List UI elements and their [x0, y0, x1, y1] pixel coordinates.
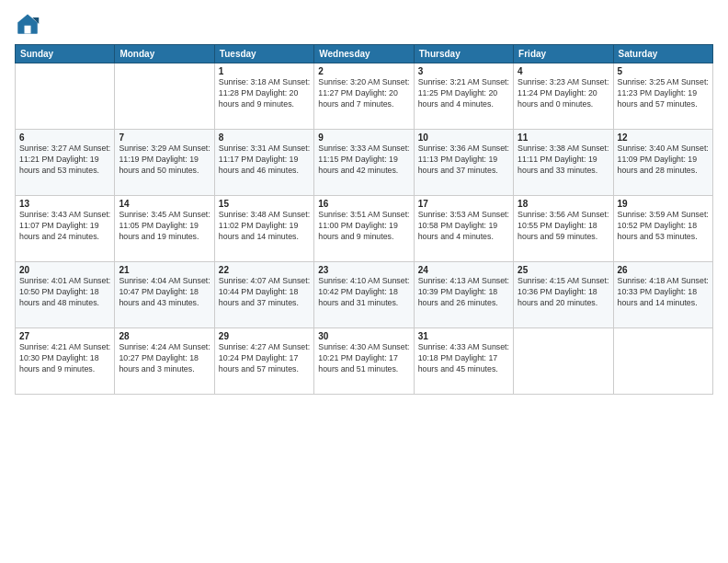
day-number: 17 [418, 199, 509, 209]
calendar-cell [16, 63, 115, 130]
calendar-cell: 22Sunrise: 4:07 AM Sunset: 10:44 PM Dayl… [214, 262, 313, 328]
day-number: 31 [418, 331, 509, 341]
day-info: Sunrise: 3:51 AM Sunset: 11:00 PM Daylig… [318, 210, 409, 243]
calendar-cell: 23Sunrise: 4:10 AM Sunset: 10:42 PM Dayl… [314, 262, 414, 328]
day-number: 4 [518, 66, 609, 76]
day-number: 5 [618, 66, 709, 76]
calendar-header-tuesday: Tuesday [214, 45, 313, 63]
day-number: 1 [219, 66, 310, 76]
day-number: 30 [318, 331, 409, 341]
calendar-cell: 30Sunrise: 4:30 AM Sunset: 10:21 PM Dayl… [314, 328, 414, 395]
calendar-cell: 29Sunrise: 4:27 AM Sunset: 10:24 PM Dayl… [214, 328, 313, 395]
calendar-cell: 5Sunrise: 3:25 AM Sunset: 11:23 PM Dayli… [613, 63, 712, 130]
day-number: 27 [19, 331, 110, 341]
day-info: Sunrise: 4:01 AM Sunset: 10:50 PM Daylig… [19, 276, 110, 309]
calendar-cell: 3Sunrise: 3:21 AM Sunset: 11:25 PM Dayli… [414, 63, 513, 130]
day-info: Sunrise: 3:29 AM Sunset: 11:19 PM Daylig… [119, 144, 210, 177]
calendar-header-monday: Monday [115, 45, 214, 63]
day-info: Sunrise: 4:13 AM Sunset: 10:39 PM Daylig… [418, 276, 509, 309]
day-number: 12 [618, 132, 709, 143]
calendar-table: SundayMondayTuesdayWednesdayThursdayFrid… [15, 44, 713, 395]
calendar-header-saturday: Saturday [613, 45, 712, 63]
day-info: Sunrise: 4:18 AM Sunset: 10:33 PM Daylig… [618, 276, 709, 309]
calendar-cell: 19Sunrise: 3:59 AM Sunset: 10:52 PM Dayl… [613, 196, 712, 262]
calendar-cell: 13Sunrise: 3:43 AM Sunset: 11:07 PM Dayl… [16, 196, 115, 262]
day-info: Sunrise: 3:56 AM Sunset: 10:55 PM Daylig… [518, 210, 609, 243]
day-info: Sunrise: 3:21 AM Sunset: 11:25 PM Daylig… [418, 77, 509, 110]
day-info: Sunrise: 4:27 AM Sunset: 10:24 PM Daylig… [219, 342, 310, 375]
day-number: 25 [518, 265, 609, 275]
calendar-cell: 16Sunrise: 3:51 AM Sunset: 11:00 PM Dayl… [314, 196, 414, 262]
svg-rect-4 [25, 26, 31, 34]
day-number: 28 [119, 331, 210, 341]
calendar-cell: 31Sunrise: 4:33 AM Sunset: 10:18 PM Dayl… [414, 328, 513, 395]
calendar-cell: 8Sunrise: 3:31 AM Sunset: 11:17 PM Dayli… [214, 130, 313, 196]
header [15, 11, 713, 37]
day-number: 16 [318, 199, 409, 209]
day-info: Sunrise: 3:25 AM Sunset: 11:23 PM Daylig… [618, 77, 709, 110]
day-number: 15 [219, 199, 310, 209]
day-info: Sunrise: 4:04 AM Sunset: 10:47 PM Daylig… [119, 276, 210, 309]
day-info: Sunrise: 3:38 AM Sunset: 11:11 PM Daylig… [518, 144, 609, 177]
day-info: Sunrise: 4:07 AM Sunset: 10:44 PM Daylig… [219, 276, 310, 309]
calendar-cell: 21Sunrise: 4:04 AM Sunset: 10:47 PM Dayl… [115, 262, 214, 328]
calendar-cell: 9Sunrise: 3:33 AM Sunset: 11:15 PM Dayli… [314, 130, 414, 196]
day-info: Sunrise: 3:33 AM Sunset: 11:15 PM Daylig… [318, 144, 409, 177]
day-info: Sunrise: 3:31 AM Sunset: 11:17 PM Daylig… [219, 144, 310, 177]
day-number: 23 [318, 265, 409, 275]
day-info: Sunrise: 3:40 AM Sunset: 11:09 PM Daylig… [618, 144, 709, 177]
day-number: 20 [19, 265, 110, 275]
day-number: 11 [518, 132, 609, 143]
day-number: 3 [418, 66, 509, 76]
day-number: 13 [19, 199, 110, 209]
day-info: Sunrise: 3:18 AM Sunset: 11:28 PM Daylig… [219, 77, 310, 110]
calendar-cell: 15Sunrise: 3:48 AM Sunset: 11:02 PM Dayl… [214, 196, 313, 262]
day-number: 9 [318, 132, 409, 143]
calendar-cell: 7Sunrise: 3:29 AM Sunset: 11:19 PM Dayli… [115, 130, 214, 196]
calendar-header-friday: Friday [514, 45, 613, 63]
day-number: 24 [418, 265, 509, 275]
day-number: 26 [618, 265, 709, 275]
calendar-cell [115, 63, 214, 130]
day-info: Sunrise: 3:36 AM Sunset: 11:13 PM Daylig… [418, 144, 509, 177]
day-info: Sunrise: 3:20 AM Sunset: 11:27 PM Daylig… [318, 77, 409, 110]
day-info: Sunrise: 4:10 AM Sunset: 10:42 PM Daylig… [318, 276, 409, 309]
day-info: Sunrise: 3:48 AM Sunset: 11:02 PM Daylig… [219, 210, 310, 243]
calendar-cell: 4Sunrise: 3:23 AM Sunset: 11:24 PM Dayli… [514, 63, 613, 130]
calendar-cell: 26Sunrise: 4:18 AM Sunset: 10:33 PM Dayl… [613, 262, 712, 328]
calendar-header-row: SundayMondayTuesdayWednesdayThursdayFrid… [16, 45, 713, 63]
calendar-cell [514, 328, 613, 395]
calendar-cell: 14Sunrise: 3:45 AM Sunset: 11:05 PM Dayl… [115, 196, 214, 262]
calendar-week-3: 13Sunrise: 3:43 AM Sunset: 11:07 PM Dayl… [16, 196, 713, 262]
day-info: Sunrise: 4:15 AM Sunset: 10:36 PM Daylig… [518, 276, 609, 309]
day-number: 7 [119, 132, 210, 143]
day-info: Sunrise: 3:27 AM Sunset: 11:21 PM Daylig… [19, 144, 110, 177]
calendar-cell: 25Sunrise: 4:15 AM Sunset: 10:36 PM Dayl… [514, 262, 613, 328]
calendar-header-sunday: Sunday [16, 45, 115, 63]
day-number: 21 [119, 265, 210, 275]
day-info: Sunrise: 4:33 AM Sunset: 10:18 PM Daylig… [418, 342, 509, 375]
day-number: 10 [418, 132, 509, 143]
calendar-cell: 10Sunrise: 3:36 AM Sunset: 11:13 PM Dayl… [414, 130, 513, 196]
day-number: 2 [318, 66, 409, 76]
day-info: Sunrise: 3:43 AM Sunset: 11:07 PM Daylig… [19, 210, 110, 243]
calendar-week-2: 6Sunrise: 3:27 AM Sunset: 11:21 PM Dayli… [16, 130, 713, 196]
day-number: 6 [19, 132, 110, 143]
day-info: Sunrise: 3:59 AM Sunset: 10:52 PM Daylig… [618, 210, 709, 243]
logo [15, 11, 44, 37]
calendar-week-5: 27Sunrise: 4:21 AM Sunset: 10:30 PM Dayl… [16, 328, 713, 395]
page: SundayMondayTuesdayWednesdayThursdayFrid… [0, 0, 728, 563]
calendar-header-wednesday: Wednesday [314, 45, 414, 63]
day-info: Sunrise: 3:45 AM Sunset: 11:05 PM Daylig… [119, 210, 210, 243]
day-info: Sunrise: 3:23 AM Sunset: 11:24 PM Daylig… [518, 77, 609, 110]
day-number: 19 [618, 199, 709, 209]
day-number: 22 [219, 265, 310, 275]
calendar-cell: 27Sunrise: 4:21 AM Sunset: 10:30 PM Dayl… [16, 328, 115, 395]
calendar-cell: 1Sunrise: 3:18 AM Sunset: 11:28 PM Dayli… [214, 63, 313, 130]
logo-icon [15, 11, 40, 37]
day-info: Sunrise: 4:30 AM Sunset: 10:21 PM Daylig… [318, 342, 409, 375]
calendar-header-thursday: Thursday [414, 45, 513, 63]
calendar-cell: 28Sunrise: 4:24 AM Sunset: 10:27 PM Dayl… [115, 328, 214, 395]
calendar-week-1: 1Sunrise: 3:18 AM Sunset: 11:28 PM Dayli… [16, 63, 713, 130]
calendar-cell: 6Sunrise: 3:27 AM Sunset: 11:21 PM Dayli… [16, 130, 115, 196]
